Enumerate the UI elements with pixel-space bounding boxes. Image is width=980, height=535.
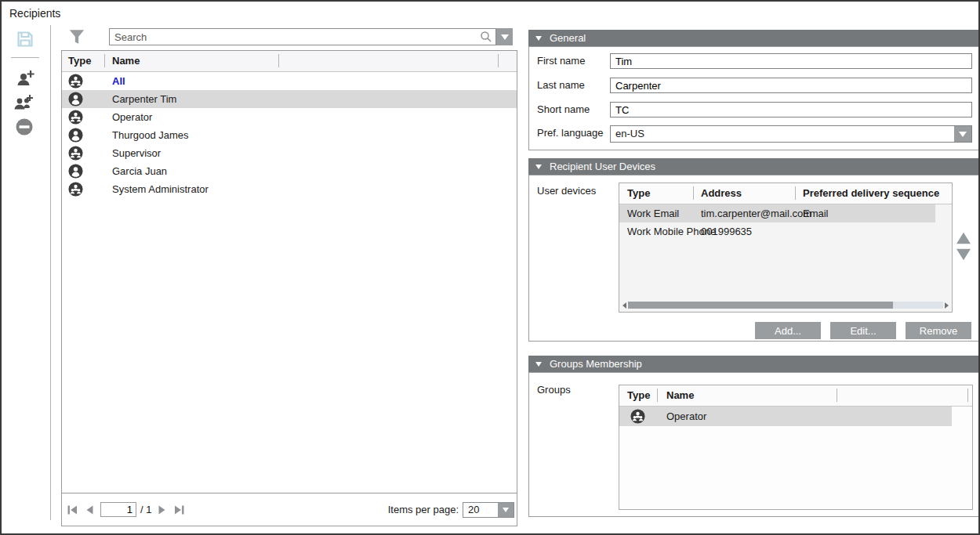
column-separator xyxy=(104,54,105,67)
column-separator xyxy=(498,54,499,67)
column-header-type: Type xyxy=(68,55,91,67)
column-separator xyxy=(693,186,694,200)
first-name-label: First name xyxy=(537,53,585,69)
chevron-down-icon xyxy=(501,34,509,40)
items-per-page-select[interactable]: 20 xyxy=(463,502,514,518)
list-item-system-administrator[interactable]: System Administrator xyxy=(62,180,517,198)
person-icon xyxy=(68,164,83,179)
magnifier-icon xyxy=(479,30,493,44)
next-page-button[interactable] xyxy=(155,504,169,516)
list-rows: All Carpenter Tim Operator Thurgood Jame… xyxy=(62,72,517,493)
add-user-icon[interactable] xyxy=(15,67,35,88)
groups-panel-header[interactable]: Groups Membership xyxy=(528,356,980,372)
save-icon[interactable] xyxy=(16,30,34,49)
search-filter-dropdown-button[interactable] xyxy=(496,28,513,45)
device-row-work-mobile-phone[interactable]: Work Mobile Phone 001999635 xyxy=(619,222,952,240)
recipients-window: Recipients Type xyxy=(0,0,980,535)
short-name-input[interactable] xyxy=(610,102,972,117)
column-separator xyxy=(837,389,837,402)
person-icon xyxy=(68,128,83,143)
search-box xyxy=(109,28,496,45)
user-devices-label: User devices xyxy=(537,183,596,199)
chevron-down-icon xyxy=(959,132,967,137)
add-group-icon[interactable] xyxy=(13,92,35,113)
pref-language-value: en-US xyxy=(611,126,954,142)
page-title: Recipients xyxy=(9,7,60,20)
list-item-operator[interactable]: Operator xyxy=(62,108,517,126)
general-panel-title: General xyxy=(550,32,586,44)
last-page-button[interactable] xyxy=(172,504,186,516)
previous-page-button[interactable] xyxy=(83,504,96,516)
group-icon xyxy=(68,146,83,161)
collapse-triangle-icon xyxy=(535,36,542,41)
column-separator xyxy=(795,186,796,200)
column-header-address: Address xyxy=(701,187,742,199)
group-icon xyxy=(630,409,645,424)
items-per-page-value: 20 xyxy=(463,503,498,517)
collapse-triangle-icon xyxy=(535,164,542,169)
group-row-operator[interactable]: Operator xyxy=(619,407,952,426)
pref-language-dropdown-button[interactable] xyxy=(954,126,971,142)
scroll-left-icon[interactable] xyxy=(622,302,626,309)
scroll-right-icon[interactable] xyxy=(945,302,949,309)
column-header-type: Type xyxy=(627,389,650,401)
recipients-list: Type Name All Carpenter Tim Operator Thu… xyxy=(61,50,517,526)
page-total-label: / 1 xyxy=(140,504,151,515)
vertical-divider xyxy=(50,25,51,520)
devices-panel-header[interactable]: Recipient User Devices xyxy=(528,158,980,175)
column-separator xyxy=(967,389,968,402)
move-down-button[interactable] xyxy=(955,248,972,262)
pagination-bar: / 1 Items per page: 20 xyxy=(62,493,517,526)
list-item-garcia-juan[interactable]: Garcia Juan xyxy=(62,162,517,180)
group-icon xyxy=(68,110,83,125)
devices-panel-title: Recipient User Devices xyxy=(550,161,655,172)
device-row-work-email[interactable]: Work Email tim.carpenter@mail.com Email xyxy=(619,204,935,222)
list-header: Type Name xyxy=(62,51,517,72)
scrollbar-track[interactable] xyxy=(628,302,943,309)
general-panel: First name Last name Short name Pref. la… xyxy=(528,46,980,150)
horizontal-scrollbar[interactable] xyxy=(622,301,949,309)
list-item-all[interactable]: All xyxy=(62,72,517,90)
filter-funnel-icon[interactable] xyxy=(67,27,87,47)
last-name-input[interactable] xyxy=(610,78,972,93)
column-separator xyxy=(278,54,279,67)
group-icon xyxy=(68,182,83,197)
column-header-name: Name xyxy=(112,55,140,67)
general-panel-header[interactable]: General xyxy=(528,30,980,46)
remove-device-button[interactable]: Remove xyxy=(906,322,971,339)
devices-table-header: Type Address Preferred delivery sequence xyxy=(619,183,952,204)
groups-table: Type Name Operator xyxy=(619,385,973,510)
groups-table-header: Type Name xyxy=(619,385,972,407)
chevron-down-icon xyxy=(503,508,509,512)
first-name-input[interactable] xyxy=(610,53,972,69)
column-header-preferred-delivery-sequence: Preferred delivery sequence xyxy=(803,187,952,199)
user-devices-table: Type Address Preferred delivery sequence… xyxy=(619,183,953,313)
page-number-input[interactable] xyxy=(100,502,136,517)
column-header-type: Type xyxy=(627,187,650,199)
person-icon xyxy=(68,92,83,107)
groups-panel-title: Groups Membership xyxy=(550,358,642,370)
short-name-label: Short name xyxy=(537,102,590,117)
group-icon xyxy=(68,74,83,89)
collapse-triangle-icon xyxy=(535,362,542,367)
toolbar-divider xyxy=(11,57,39,58)
pref-language-label: Pref. language xyxy=(537,125,604,141)
add-device-button[interactable]: Add... xyxy=(755,322,821,339)
devices-panel: User devices Type Address Preferred deli… xyxy=(528,175,980,342)
move-up-button[interactable] xyxy=(955,231,972,245)
column-header-name: Name xyxy=(666,389,694,401)
search-input[interactable] xyxy=(110,31,479,43)
groups-panel: Groups Type Name Operator xyxy=(528,372,980,517)
items-per-page-label: Items per page: xyxy=(388,504,459,515)
groups-label: Groups xyxy=(537,382,571,398)
column-separator xyxy=(657,389,658,402)
remove-icon[interactable] xyxy=(15,117,34,136)
scrollbar-thumb[interactable] xyxy=(628,302,893,309)
edit-device-button[interactable]: Edit... xyxy=(830,322,896,339)
first-page-button[interactable] xyxy=(66,504,79,516)
list-item-thurgood-james[interactable]: Thurgood James xyxy=(62,126,517,144)
pref-language-select[interactable]: en-US xyxy=(610,125,972,143)
list-item-carpenter-tim[interactable]: Carpenter Tim xyxy=(62,90,517,108)
list-item-supervisor[interactable]: Supervisor xyxy=(62,144,517,162)
items-per-page-dropdown-button[interactable] xyxy=(498,503,514,517)
